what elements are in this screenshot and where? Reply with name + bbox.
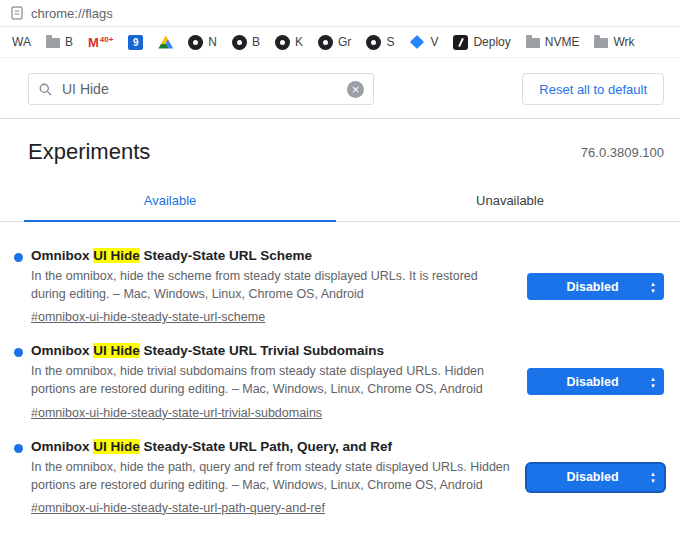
- bookmark-label: Gr: [338, 35, 351, 49]
- app-icon: [318, 35, 333, 50]
- flag-dot-icon: [14, 348, 23, 357]
- flag-highlight: UI Hide: [93, 343, 140, 358]
- bookmark-item[interactable]: N: [188, 35, 217, 50]
- flag-row: Omnibox UI Hide Steady-State URL Trivial…: [14, 343, 664, 420]
- clear-search-icon[interactable]: [347, 81, 364, 98]
- flag-title: Omnibox UI Hide Steady-State URL Trivial…: [31, 343, 513, 358]
- bookmark-item[interactable]: B: [46, 35, 73, 49]
- flag-description: In the omnibox, hide the scheme from ste…: [31, 267, 513, 303]
- bookmark-label: N: [208, 35, 217, 49]
- bookmark-item[interactable]: [158, 36, 173, 49]
- app-icon: [188, 35, 203, 50]
- flag-row: Omnibox UI Hide Steady-State URL Path, Q…: [14, 439, 664, 516]
- search-icon: [38, 82, 53, 97]
- folder-icon: [594, 38, 608, 48]
- tab-available[interactable]: Available: [0, 181, 340, 221]
- select-arrows-icon: [650, 471, 656, 484]
- flag-permalink[interactable]: #omnibox-ui-hide-steady-state-url-scheme: [31, 310, 265, 324]
- flag-description: In the omnibox, hide the path, query and…: [31, 458, 513, 494]
- bookmark-label: Wrk: [613, 35, 634, 49]
- bookmark-label: K: [295, 35, 303, 49]
- flags-toolbar: UI Hide Reset all to default: [0, 58, 680, 119]
- address-bar[interactable]: chrome://flags: [0, 0, 680, 27]
- search-box[interactable]: UI Hide: [28, 73, 374, 105]
- drive-icon: [158, 36, 173, 49]
- bookmark-label: Deploy: [473, 35, 510, 49]
- flag-text: Omnibox UI Hide Steady-State URL Scheme …: [31, 248, 527, 325]
- flag-select[interactable]: Disabled: [527, 273, 664, 300]
- app-icon: [232, 35, 247, 50]
- nine-icon: 9: [128, 35, 143, 50]
- folder-icon: [526, 38, 540, 48]
- version-text: 76.0.3809.100: [581, 145, 664, 160]
- flag-title: Omnibox UI Hide Steady-State URL Scheme: [31, 248, 513, 263]
- search-input[interactable]: UI Hide: [62, 81, 338, 97]
- flag-title: Omnibox UI Hide Steady-State URL Path, Q…: [31, 439, 513, 454]
- deploy-icon: [453, 35, 468, 50]
- select-arrows-icon: [650, 280, 656, 293]
- bookmark-label: WA: [12, 35, 31, 49]
- bookmark-label: V: [430, 35, 438, 49]
- tab-unavailable[interactable]: Unavailable: [340, 181, 680, 221]
- flag-permalink[interactable]: #omnibox-ui-hide-steady-state-url-trivia…: [31, 406, 322, 420]
- flag-select[interactable]: Disabled: [527, 464, 664, 491]
- tab-bar: Available Unavailable: [0, 181, 680, 222]
- select-arrows-icon: [650, 375, 656, 388]
- flag-dot-icon: [14, 444, 23, 453]
- reset-all-button[interactable]: Reset all to default: [522, 73, 664, 105]
- bookmark-item[interactable]: 9: [128, 35, 143, 50]
- flag-permalink[interactable]: #omnibox-ui-hide-steady-state-url-path-q…: [31, 501, 325, 515]
- bookmark-item[interactable]: B: [232, 35, 260, 50]
- flag-highlight: UI Hide: [93, 248, 140, 263]
- bookmarks-bar: WABM40+9NBKGrSVDeployNVMEWrk: [0, 27, 680, 58]
- bookmark-label: B: [65, 35, 73, 49]
- bookmark-item[interactable]: S: [366, 35, 394, 50]
- flag-description: In the omnibox, hide trivial subdomains …: [31, 362, 513, 398]
- bookmark-item[interactable]: NVME: [526, 35, 580, 49]
- page-header: Experiments 76.0.3809.100: [0, 119, 680, 169]
- flag-select[interactable]: Disabled: [527, 368, 664, 395]
- flag-highlight: UI Hide: [93, 439, 140, 454]
- gmail-icon: M40+: [88, 35, 113, 50]
- flag-list: Omnibox UI Hide Steady-State URL Scheme …: [0, 222, 680, 516]
- flag-row: Omnibox UI Hide Steady-State URL Scheme …: [14, 248, 664, 325]
- bookmark-item[interactable]: WA: [12, 35, 31, 49]
- page-title: Experiments: [28, 139, 150, 165]
- app-icon: [275, 35, 290, 50]
- page-icon: [11, 6, 23, 20]
- flag-text: Omnibox UI Hide Steady-State URL Path, Q…: [31, 439, 527, 516]
- bookmark-label: S: [386, 35, 394, 49]
- bookmark-item[interactable]: K: [275, 35, 303, 50]
- bookmark-item[interactable]: M40+: [88, 35, 113, 50]
- bookmark-item[interactable]: Wrk: [594, 35, 634, 49]
- bookmark-label: B: [252, 35, 260, 49]
- bookmark-item[interactable]: Deploy: [453, 35, 510, 50]
- diamond-icon: [410, 35, 424, 49]
- flag-dot-icon: [14, 253, 23, 262]
- bookmark-item[interactable]: V: [409, 35, 438, 49]
- url-text[interactable]: chrome://flags: [31, 6, 113, 21]
- bookmark-item[interactable]: Gr: [318, 35, 351, 50]
- app-icon: [366, 35, 381, 50]
- folder-icon: [46, 38, 60, 48]
- flag-text: Omnibox UI Hide Steady-State URL Trivial…: [31, 343, 527, 420]
- bookmark-label: NVME: [545, 35, 580, 49]
